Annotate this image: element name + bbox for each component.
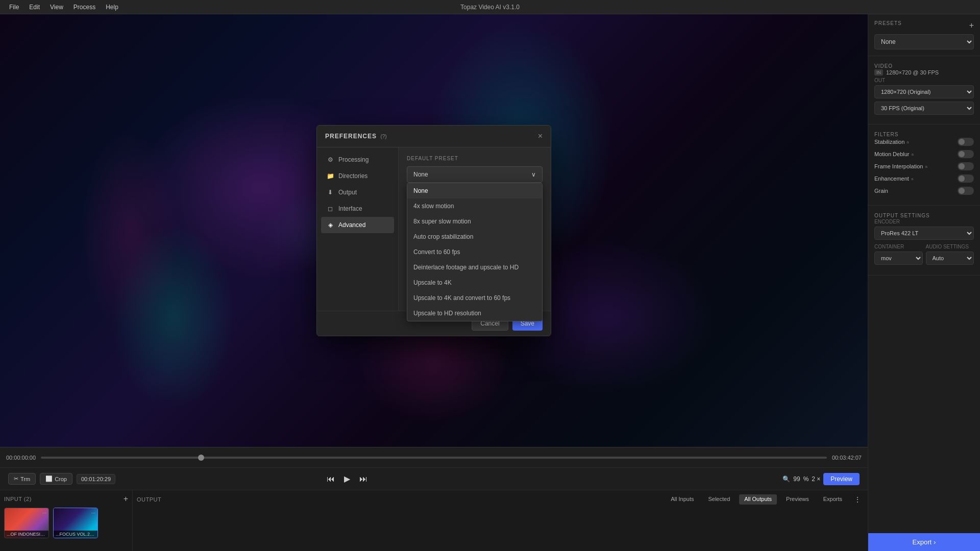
toggle-knob-3 [959, 163, 965, 169]
container-audio-row: CONTAINER mov AUDIO SETTINGS Auto [874, 244, 974, 269]
dropdown-item-8x-super-slow[interactable]: 8x super slow motion [407, 214, 542, 229]
menu-file[interactable]: File [4, 3, 24, 12]
export-button[interactable]: Export › [868, 533, 980, 551]
modal-title-area: PREFERENCES (?) [325, 133, 387, 140]
modal-nav-directories[interactable]: 📁 Directories [321, 168, 394, 184]
menu-process[interactable]: Process [68, 3, 101, 12]
dropdown-item-upscale-4k[interactable]: Upscale to 4K [407, 275, 542, 290]
dropdown-item-4x-slow[interactable]: 4x slow motion [407, 198, 542, 214]
toggle-knob-4 [959, 176, 965, 182]
video-title: VIDEO [874, 63, 893, 69]
add-preset-button[interactable]: + [969, 21, 974, 30]
filter-grain-label: Grain [874, 188, 888, 194]
main-layout: PREFERENCES (?) × ⚙ Processing [0, 14, 980, 551]
input-thumb-2[interactable]: ...FOCUS VOL.2.mp4 ··· [53, 508, 98, 538]
directories-icon: 📁 [326, 172, 334, 180]
modal-section-label: DEFAULT PRESET [407, 156, 543, 161]
default-preset-dropdown[interactable]: None ∨ [407, 166, 543, 183]
output-panel: OUTPUT All Inputs Selected All Outputs P… [133, 490, 868, 551]
next-frame-button[interactable]: ⏭ [356, 472, 371, 486]
modal-nav-interface-label: Interface [338, 205, 362, 212]
default-preset-dropdown-wrapper: None ∨ None 4x slow motion 8x super slow… [407, 166, 543, 183]
prev-frame-button[interactable]: ⏮ [324, 472, 338, 486]
filters-title: FILTERS [874, 132, 898, 137]
time-total: 00:03:42:07 [832, 455, 862, 461]
menu-help[interactable]: Help [101, 3, 124, 12]
trim-label: Trm [20, 476, 30, 482]
preview-button[interactable]: Preview [823, 473, 860, 485]
tab-exports[interactable]: Exports [818, 494, 847, 505]
modal-nav-output[interactable]: ⬇ Output [321, 184, 394, 201]
output-icon: ⬇ [326, 188, 334, 196]
output-settings-title: OUTPUT SETTINGS [874, 213, 930, 218]
menu-edit[interactable]: Edit [24, 3, 45, 12]
container-select[interactable]: mov [874, 252, 923, 265]
modal-body: ⚙ Processing 📁 Directories ⬇ Output [317, 147, 551, 311]
controls-bar: ✂ Trm ⬜ Crop 00:01:20:29 ⏮ ▶ ⏭ 🔍 99 % 2 … [0, 467, 868, 490]
menu-view[interactable]: View [45, 3, 68, 12]
tab-selected[interactable]: Selected [703, 494, 735, 505]
output-more-icon[interactable]: ⋮ [851, 494, 864, 505]
video-input-value: 1280×720 @ 30 FPS [886, 69, 939, 76]
timeline-track[interactable] [41, 457, 827, 459]
dropdown-arrow-icon: ∨ [531, 171, 536, 178]
dropdown-item-upscale-hd[interactable]: Upscale to HD resolution [407, 306, 542, 321]
play-button[interactable]: ▶ [341, 472, 353, 486]
tab-previews[interactable]: Previews [781, 494, 814, 505]
zoom-level: 99 [793, 475, 800, 483]
dropdown-item-deinterlace[interactable]: Deinterlace footage and upscale to HD [407, 260, 542, 275]
time-code: 00:01:20:29 [77, 474, 115, 484]
frame-interpolation-toggle[interactable] [958, 162, 974, 170]
timeline-bar: 00:00:00:00 00:03:42:07 [0, 447, 868, 467]
motion-deblur-toggle[interactable] [958, 150, 974, 158]
enhancement-toggle[interactable] [958, 174, 974, 183]
output-header: OUTPUT All Inputs Selected All Outputs P… [137, 494, 864, 505]
toggle-knob-5 [959, 188, 965, 194]
input-header: INPUT (2) + [4, 494, 128, 504]
advanced-icon: ◈ [326, 221, 334, 229]
tab-all-inputs[interactable]: All Inputs [666, 494, 699, 505]
dropdown-item-auto-crop[interactable]: Auto crop stabilization [407, 229, 542, 244]
container-wrapper: CONTAINER mov [874, 244, 923, 269]
filter-enhancement-label: Enhancementa [874, 176, 913, 182]
crop-button[interactable]: ⬜ Crop [40, 473, 72, 485]
trim-button[interactable]: ✂ Trm [8, 473, 36, 485]
add-input-button[interactable]: + [124, 494, 128, 504]
tab-all-outputs[interactable]: All Outputs [739, 494, 777, 505]
thumb-2-more[interactable]: ··· [91, 510, 95, 516]
presets-section: PRESETS + None [868, 14, 980, 56]
timeline-playhead[interactable] [198, 455, 204, 461]
dropdown-item-upscale-4k-60[interactable]: Upscale to 4K and convert to 60 fps [407, 290, 542, 306]
zoom-icon: 🔍 [782, 475, 790, 483]
trim-icon: ✂ [14, 475, 18, 482]
dropdown-item-none[interactable]: None [407, 183, 542, 198]
audio-select[interactable]: Auto [926, 252, 974, 265]
grain-toggle[interactable] [958, 187, 974, 195]
output-resolution-select[interactable]: 1280×720 (Original) [874, 85, 974, 98]
modal-close-button[interactable]: × [538, 132, 543, 141]
modal-nav-advanced[interactable]: ◈ Advanced [321, 217, 394, 233]
video-input-row: IN 1280×720 @ 30 FPS [874, 69, 974, 76]
input-label: INPUT (2) [4, 496, 32, 502]
filter-frame-interpolation: Frame Interpolationa [874, 162, 974, 170]
thumb-1-more[interactable]: ··· [42, 510, 46, 516]
input-output-area: INPUT (2) + ...OF INDONESIA.mp4 ··· ...F… [0, 490, 868, 551]
modal-sidebar: ⚙ Processing 📁 Directories ⬇ Output [317, 147, 399, 311]
modal-nav-processing[interactable]: ⚙ Processing [321, 152, 394, 168]
filter-frame-interpolation-label: Frame Interpolationa [874, 163, 927, 169]
preset-select[interactable]: None [874, 34, 974, 49]
output-fps-select[interactable]: 30 FPS (Original) [874, 102, 974, 115]
dropdown-item-convert-60[interactable]: Convert to 60 fps [407, 244, 542, 260]
filter-motion-deblur-label: Motion Deblura [874, 151, 914, 157]
modal-nav-interface[interactable]: ◻ Interface [321, 201, 394, 217]
modal-title: PREFERENCES [325, 133, 377, 140]
processing-icon: ⚙ [326, 156, 334, 164]
input-panel: INPUT (2) + ...OF INDONESIA.mp4 ··· ...F… [0, 490, 133, 551]
export-arrow-icon: › [934, 538, 936, 546]
center-area: PREFERENCES (?) × ⚙ Processing [0, 14, 868, 551]
toggle-knob [959, 139, 965, 145]
crop-label: Crop [55, 476, 67, 482]
encoder-select[interactable]: ProRes 422 LT [874, 227, 974, 240]
input-thumb-1[interactable]: ...OF INDONESIA.mp4 ··· [4, 508, 49, 538]
stabilization-toggle[interactable] [958, 138, 974, 146]
